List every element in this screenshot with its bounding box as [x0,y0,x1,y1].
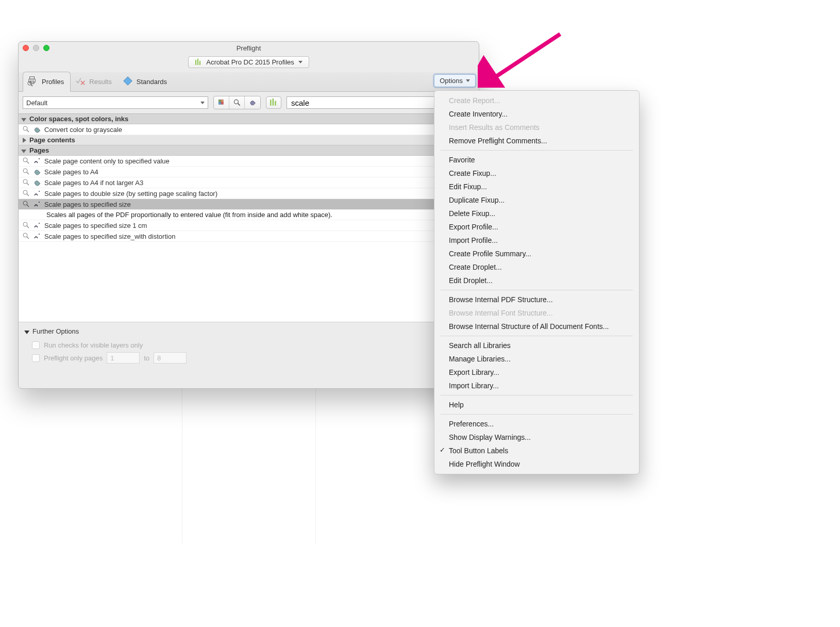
toolbar: Default [19,92,479,114]
library-select[interactable]: Default [23,96,208,109]
filter-library-button[interactable] [266,96,281,109]
menu-tool-button-labels[interactable]: Tool Button Labels [434,444,639,457]
menu-browse-all-fonts[interactable]: Browse Internal Structure of All Documen… [434,320,639,333]
svg-point-22 [39,158,40,159]
magnifier-icon [22,178,31,187]
view-profiles-icon-button[interactable] [214,96,229,109]
svg-point-33 [23,222,27,226]
list-item[interactable]: Scale page content only to specified val… [19,156,479,167]
wrench-icon [33,178,42,187]
svg-rect-3 [30,77,35,79]
svg-point-18 [23,126,27,130]
chevron-down-icon [298,61,303,63]
svg-line-24 [27,172,29,174]
chevron-down-icon [200,102,205,104]
window-title: Preflight [19,44,479,52]
background-document [49,389,449,543]
wrench-icon [33,167,42,176]
svg-point-23 [23,169,27,173]
menu-insert-results[interactable]: Insert Results as Comments [434,121,639,134]
list-item[interactable]: Scale pages to double size (by setting p… [19,188,479,199]
tab-results[interactable]: Results [71,72,117,91]
svg-rect-1 [197,59,198,65]
fixup-icon [33,189,42,198]
svg-point-25 [23,179,27,184]
disclosure-triangle-icon [21,118,26,121]
page-to-input[interactable] [154,352,187,364]
preflight-window: Preflight Acrobat Pro DC 2015 Profiles P… [18,41,479,389]
menu-browse-pdf-structure[interactable]: Browse Internal PDF Structure... [434,293,639,306]
svg-point-32 [39,202,40,203]
magnifier-icon [22,189,31,198]
menu-remove-comments[interactable]: Remove Preflight Comments... [434,134,639,147]
magnifier-icon [22,167,31,176]
tab-standards[interactable]: Standards [118,72,173,91]
view-fixups-icon-button[interactable] [245,96,260,109]
checkbox-visible-layers[interactable] [32,341,40,349]
menu-import-profile[interactable]: Import Profile... [434,234,639,247]
magnifier-icon [22,125,31,134]
group-page-contents[interactable]: Page contents [19,135,479,145]
menu-edit-droplet[interactable]: Edit Droplet... [434,274,639,287]
menu-export-library[interactable]: Export Library... [434,366,639,379]
menu-separator [441,395,633,395]
options-menu: Create Report... Create Inventory... Ins… [434,90,640,474]
chevron-down-icon [466,79,470,82]
page-from-input[interactable] [107,352,140,364]
further-options-header[interactable]: Further Options [26,327,472,335]
menu-delete-fixup[interactable]: Delete Fixup... [434,207,639,220]
list-item[interactable]: Scale pages to specified size 1 cm [19,220,479,231]
menu-create-fixup[interactable]: Create Fixup... [434,167,639,180]
profiles-selector-bar: Acrobat Pro DC 2015 Profiles [19,54,479,72]
list-item-label: Scale pages to specified size [44,201,131,208]
menu-separator [441,290,633,290]
menu-duplicate-fixup[interactable]: Duplicate Fixup... [434,193,639,207]
disclosure-triangle-icon [24,330,29,334]
options-button[interactable]: Options [434,74,476,87]
further-options: Further Options Run checks for visible l… [19,322,479,374]
list-item-description: Scales all pages of the PDF proportional… [19,210,479,220]
menu-show-warnings[interactable]: Show Display Warnings... [434,431,639,444]
menu-create-droplet[interactable]: Create Droplet... [434,260,639,274]
svg-marker-8 [123,77,132,86]
menu-hide-window[interactable]: Hide Preflight Window [434,457,639,471]
menu-edit-fixup[interactable]: Edit Fixup... [434,180,639,193]
checkbox-preflight-pages[interactable] [32,354,40,362]
menu-export-profile[interactable]: Export Profile... [434,220,639,234]
menu-manage-libraries[interactable]: Manage Libraries... [434,352,639,366]
svg-rect-0 [195,60,196,65]
group-color-spaces[interactable]: Color spaces, spot colors, inks [19,114,479,124]
svg-point-20 [23,158,27,162]
menu-create-report[interactable]: Create Report... [434,94,639,107]
printer-search-icon [27,75,39,88]
menu-browse-font-structure[interactable]: Browse Internal Font Structure... [434,306,639,320]
svg-line-7 [31,85,32,86]
menu-create-summary[interactable]: Create Profile Summary... [434,247,639,260]
svg-point-30 [23,201,27,205]
view-checks-icon-button[interactable] [229,96,245,109]
list-item[interactable]: Scale pages to A4 if not larger A3 [19,177,479,188]
svg-rect-17 [275,101,276,106]
menu-search-libraries[interactable]: Search all Libraries [434,339,639,352]
annotation-arrow [478,31,565,88]
menu-help[interactable]: Help [434,398,639,411]
group-color-spaces-title: Color spaces, spot colors, inks [29,115,128,123]
menu-separator [441,414,633,415]
menu-create-inventory[interactable]: Create Inventory... [434,107,639,121]
svg-point-27 [23,190,27,194]
list-item[interactable]: Scale pages to A4 [19,167,479,177]
list-item[interactable]: Scale pages to specified size_with disto… [19,231,479,242]
menu-favorite[interactable]: Favorite [434,153,639,167]
menu-import-library[interactable]: Import Library... [434,379,639,392]
profiles-selector[interactable]: Acrobat Pro DC 2015 Profiles [188,56,309,68]
menu-separator [441,336,633,336]
tab-profiles[interactable]: Profiles [23,72,71,92]
list-item-label: Scale pages to A4 if not larger A3 [44,179,143,187]
menu-preferences[interactable]: Preferences... [434,417,639,431]
magnifier-icon [22,156,31,166]
fixup-list[interactable]: Color spaces, spot colors, inks Convert … [19,114,479,322]
svg-line-31 [27,205,29,207]
list-item-selected[interactable]: Scale pages to specified size Edit [19,199,479,210]
list-item[interactable]: Convert color to grayscale [19,124,479,135]
group-pages[interactable]: Pages [19,145,479,156]
